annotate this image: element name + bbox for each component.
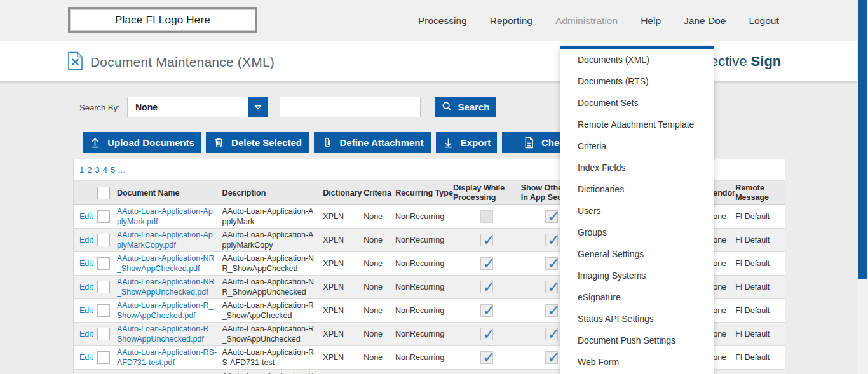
cell-select	[97, 328, 117, 340]
cell-edit: Edit	[74, 283, 97, 291]
menu-item-users[interactable]: Users	[560, 200, 714, 222]
document-name-link[interactable]: AAuto-Loan-Application-NR_ShowAppChecked…	[117, 254, 215, 273]
row-checkbox[interactable]	[97, 328, 110, 340]
cell-edit: Edit	[74, 259, 97, 268]
checked-checkbox[interactable]: ✓	[480, 328, 493, 340]
cell-description: AAuto-Loan-Application-ApplyMarkCopy	[222, 230, 323, 250]
row-checkbox[interactable]	[97, 304, 110, 317]
search-button[interactable]: Search	[435, 97, 496, 117]
menu-item-esignature[interactable]: eSignature	[560, 286, 714, 308]
nav-logout[interactable]: Logout	[749, 15, 778, 27]
checked-checkbox[interactable]: ✓	[480, 281, 493, 293]
checked-checkbox[interactable]: ✓	[480, 304, 493, 317]
document-name-link[interactable]: AAuto-Loan-Application-R_ShowAppUnchecke…	[117, 324, 213, 344]
document-xml-icon	[67, 51, 83, 73]
document-name-link[interactable]: AAuto-Loan-Application-ApplyMarkCopy.pdf	[117, 230, 213, 250]
menu-item-documents-xml[interactable]: Documents (XML)	[560, 49, 714, 70]
page-ellipsis: ...	[118, 165, 125, 175]
define-attachment-button[interactable]: Define Attachment	[314, 132, 431, 153]
menu-item-imaging-systems[interactable]: Imaging Systems	[560, 265, 714, 286]
edit-link[interactable]: Edit	[79, 259, 93, 268]
menu-item-document-sets[interactable]: Document Sets	[560, 92, 714, 114]
search-by-selected-value: None	[128, 102, 248, 112]
page-link-5[interactable]: 5	[111, 165, 115, 175]
cell-vendor-partial: one	[713, 330, 735, 338]
delete-selected-button[interactable]: Delete Selected	[206, 132, 309, 153]
export-button[interactable]: Export	[436, 132, 497, 153]
edit-link[interactable]: Edit	[79, 236, 93, 244]
row-checkbox[interactable]	[97, 210, 110, 223]
checkout-document-icon	[523, 137, 535, 149]
cell-dictionary: XPLN	[323, 283, 363, 291]
cell-edit: Edit	[74, 236, 97, 244]
page-link-2[interactable]: 2	[87, 165, 92, 175]
cell-select	[97, 281, 117, 293]
nav-help[interactable]: Help	[641, 15, 661, 27]
checked-checkbox[interactable]: ✓	[545, 234, 558, 246]
upload-documents-button[interactable]: Upload Documents	[83, 132, 201, 153]
col-vendor-partial: endor	[713, 189, 735, 197]
scrollbar-track[interactable]	[857, 0, 868, 374]
scrollbar-thumb[interactable]	[858, 0, 867, 279]
checked-checkbox[interactable]: ✓	[545, 210, 558, 223]
cell-dictionary: XPLN	[323, 306, 363, 315]
menu-item-web-form[interactable]: Web Form	[560, 351, 714, 373]
checked-checkbox[interactable]: ✓	[480, 234, 493, 246]
select-all-checkbox[interactable]	[97, 187, 110, 199]
cell-criteria: None	[363, 236, 395, 244]
row-checkbox[interactable]	[97, 234, 110, 246]
checked-checkbox[interactable]: ✓	[480, 257, 493, 270]
document-name-link[interactable]: AAuto-Loan-Application-ApplyMark.pdf	[117, 207, 213, 226]
checked-checkbox[interactable]: ✓	[545, 351, 558, 364]
cell-dictionary: XPLN	[323, 330, 363, 338]
page-link-3[interactable]: 3	[95, 165, 99, 175]
nav-reporting[interactable]: Reporting	[490, 15, 532, 27]
checked-checkbox[interactable]: ✓	[545, 328, 558, 340]
row-checkbox[interactable]	[97, 351, 110, 364]
document-name-link[interactable]: AAuto-Loan-Application-R_ShowAppChecked.…	[117, 301, 213, 320]
document-name-link[interactable]: AAuto-Loan-Application-NR_ShowAppUncheck…	[117, 277, 215, 297]
menu-item-criteria[interactable]: Criteria	[560, 135, 714, 157]
menu-item-dictionaries[interactable]: Dictionaries	[560, 178, 714, 200]
menu-item-documents-rts[interactable]: Documents (RTS)	[560, 70, 714, 92]
page-link-1[interactable]: 1	[79, 165, 84, 175]
cell-vendor-partial: one	[713, 236, 735, 244]
chevron-down-icon[interactable]	[248, 97, 268, 117]
col-description: Description	[222, 188, 323, 198]
row-checkbox[interactable]	[97, 257, 110, 270]
nav-processing[interactable]: Processing	[418, 15, 467, 27]
check-icon: ✓	[482, 256, 495, 271]
checked-checkbox[interactable]: ✓	[480, 351, 493, 364]
search-by-select[interactable]: None	[127, 97, 268, 117]
cell-display-while-processing: ✓	[453, 257, 521, 270]
menu-item-status-api-settings[interactable]: Status API Settings	[560, 308, 714, 330]
edit-link[interactable]: Edit	[79, 212, 93, 221]
menu-item-index-fields[interactable]: Index Fields	[560, 157, 714, 178]
menu-item-general-settings[interactable]: General Settings	[560, 243, 714, 265]
checked-checkbox[interactable]: ✓	[545, 281, 558, 293]
cell-remote-message: FI Default	[735, 330, 785, 338]
menu-item-remote-attachment-template[interactable]: Remote Attachment Template	[560, 114, 714, 135]
cell-remote-message: FI Default	[735, 353, 785, 362]
menu-item-document-push-settings[interactable]: Document Push Settings	[560, 330, 714, 351]
search-icon	[442, 101, 452, 114]
download-icon	[442, 137, 454, 149]
cell-remote-message: FI Default	[735, 306, 785, 315]
menu-item-groups[interactable]: Groups	[560, 222, 714, 243]
checked-checkbox[interactable]: ✓	[545, 304, 558, 317]
unchecked-checkbox[interactable]	[480, 210, 493, 223]
col-criteria: Criteria	[363, 189, 395, 197]
edit-link[interactable]: Edit	[79, 283, 93, 291]
row-checkbox[interactable]	[97, 281, 110, 293]
edit-link[interactable]: Edit	[79, 353, 93, 362]
cell-criteria: None	[363, 353, 395, 362]
checked-checkbox[interactable]: ✓	[545, 257, 558, 270]
edit-link[interactable]: Edit	[79, 306, 93, 315]
page-link-4[interactable]: 4	[103, 165, 107, 175]
nav-jane-doe[interactable]: Jane Doe	[684, 15, 726, 27]
nav-administration[interactable]: Administration	[555, 15, 618, 27]
document-name-link[interactable]: AAuto-Loan-Application-RS-AFD731-test.pd…	[117, 348, 217, 367]
cell-criteria: None	[363, 259, 395, 268]
search-input[interactable]	[280, 97, 421, 117]
edit-link[interactable]: Edit	[79, 330, 93, 338]
